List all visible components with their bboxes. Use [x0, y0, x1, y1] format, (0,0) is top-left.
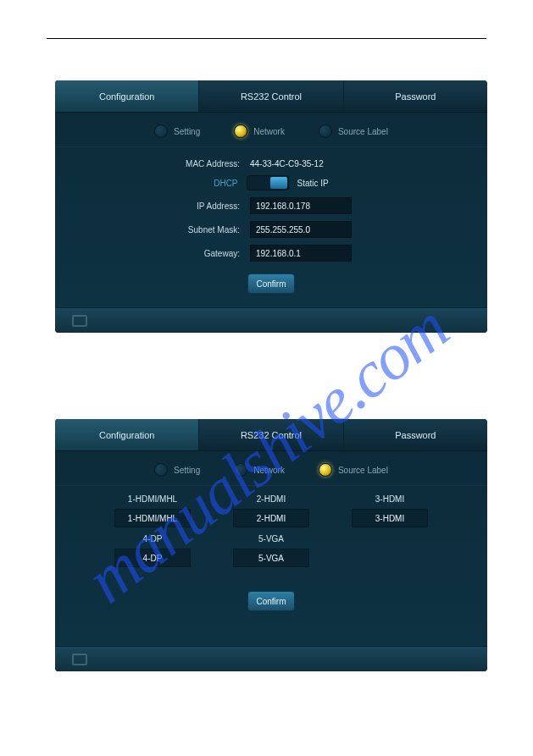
source-item-1: 1-HDMI/MHL 1-HDMI/MHL	[106, 494, 199, 527]
config-panel-source-label: Configuration RS232 Control Password Set…	[55, 419, 487, 671]
subtab-label: Source Label	[338, 127, 388, 136]
tab-configuration[interactable]: Configuration	[55, 419, 199, 450]
subtab-label: Setting	[174, 127, 200, 136]
source-label: 3-HDMI	[375, 494, 404, 504]
subnet-mask-input[interactable]: 255.255.255.0	[250, 221, 352, 238]
tab-rs232-control[interactable]: RS232 Control	[199, 80, 343, 112]
source-label: 4-DP	[143, 534, 163, 544]
page-divider	[47, 38, 486, 39]
subtab-network[interactable]: Network	[234, 124, 285, 138]
gateway-row: Gateway: 192.168.0.1	[89, 245, 453, 262]
subtab-setting[interactable]: Setting	[154, 463, 200, 477]
confirm-button[interactable]: Confirm	[247, 591, 295, 611]
mac-address-label: MAC Address:	[89, 159, 250, 168]
subtab-label: Setting	[174, 466, 200, 475]
subnet-mask-row: Subnet Mask: 255.255.255.0	[89, 221, 453, 238]
tab-rs232-control[interactable]: RS232 Control	[199, 419, 343, 450]
panel-footer	[55, 307, 487, 333]
source-item-4: 4-DP 4-DP	[106, 534, 199, 567]
source-item-5: 5-VGA 5-VGA	[225, 534, 318, 567]
mac-address-row: MAC Address: 44-33-4C-C9-35-12	[89, 159, 453, 168]
source-input[interactable]: 4-DP	[114, 549, 191, 567]
subtab-label: Network	[253, 127, 285, 136]
source-label: 1-HDMI/MHL	[128, 494, 177, 504]
source-label: 2-HDMI	[257, 494, 286, 504]
radio-icon	[154, 463, 168, 477]
ip-address-row: IP Address: 192.168.0.178	[89, 197, 453, 214]
radio-icon	[319, 124, 332, 138]
gateway-input[interactable]: 192.168.0.1	[250, 245, 352, 262]
source-input[interactable]: 5-VGA	[233, 549, 309, 567]
subtab-source-label[interactable]: Source Label	[319, 463, 388, 477]
dhcp-label: DHCP	[214, 179, 237, 188]
sub-tabbar: Setting Network Source Label	[55, 451, 487, 486]
tab-password[interactable]: Password	[344, 419, 487, 450]
source-label: 5-VGA	[258, 534, 284, 544]
source-grid: 1-HDMI/MHL 1-HDMI/MHL 2-HDMI 2-HDMI 3-HD…	[55, 486, 487, 567]
subtab-label: Source Label	[338, 466, 388, 475]
main-tabbar: Configuration RS232 Control Password	[55, 419, 487, 451]
ip-address-input[interactable]: 192.168.0.178	[250, 197, 352, 214]
sub-tabbar: Setting Network Source Label	[55, 113, 487, 147]
subtab-setting[interactable]: Setting	[154, 124, 200, 138]
tab-configuration[interactable]: Configuration	[55, 80, 199, 112]
subtab-label: Network	[253, 466, 285, 475]
panel-footer	[55, 646, 487, 671]
toggle-knob-icon	[270, 177, 287, 189]
gateway-label: Gateway:	[89, 249, 250, 258]
confirm-button[interactable]: Confirm	[247, 273, 295, 294]
network-form: MAC Address: 44-33-4C-C9-35-12 DHCP Stat…	[55, 147, 487, 294]
dhcp-toggle-row: DHCP Static IP	[89, 175, 453, 190]
monitor-icon	[72, 315, 87, 327]
monitor-icon	[72, 654, 87, 665]
source-item-2: 2-HDMI 2-HDMI	[225, 494, 318, 527]
subnet-mask-label: Subnet Mask:	[89, 225, 250, 235]
tab-password[interactable]: Password	[344, 80, 487, 112]
mac-address-value: 44-33-4C-C9-35-12	[250, 159, 324, 168]
subtab-source-label[interactable]: Source Label	[319, 124, 388, 138]
radio-icon	[154, 124, 168, 138]
source-item-3: 3-HDMI 3-HDMI	[343, 494, 436, 527]
ip-address-label: IP Address:	[89, 201, 250, 211]
radio-icon	[234, 124, 247, 138]
main-tabbar: Configuration RS232 Control Password	[55, 80, 487, 113]
radio-icon	[234, 463, 247, 477]
source-input[interactable]: 1-HDMI/MHL	[114, 509, 191, 527]
source-input[interactable]: 2-HDMI	[233, 509, 309, 527]
subtab-network[interactable]: Network	[234, 463, 285, 477]
config-panel-network: Configuration RS232 Control Password Set…	[55, 80, 487, 333]
radio-icon	[319, 463, 332, 477]
static-ip-label: Static IP	[297, 179, 329, 188]
source-input[interactable]: 3-HDMI	[352, 509, 428, 527]
ip-mode-toggle[interactable]	[247, 175, 289, 190]
